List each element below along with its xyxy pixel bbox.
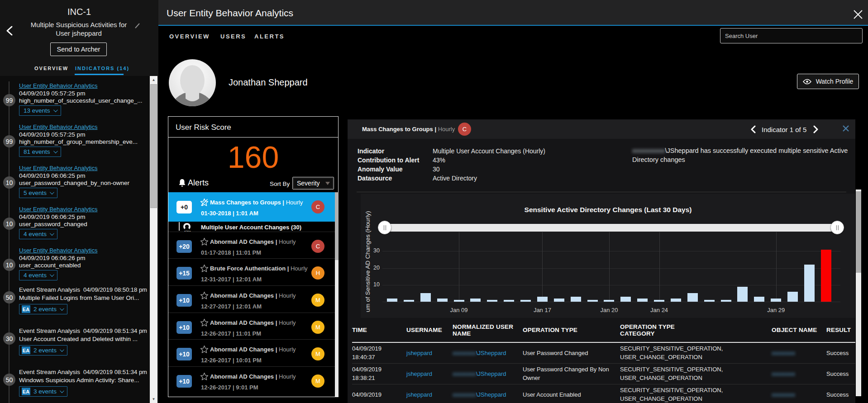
table-row[interactable]: 04/09/2019 18:38:21jsheppardxxxxxxxx\JSh… (352, 363, 855, 384)
scrollbar-down-arrow-icon[interactable]: ▼ (150, 395, 157, 403)
cell-object-name: xxxxxxxx (772, 363, 826, 384)
indicator-source-link[interactable]: User Entity Behavior Analytics (19, 82, 97, 89)
events-dropdown-button[interactable]: 4 events (19, 270, 57, 280)
send-to-archer-button[interactable]: Send to Archer (50, 43, 107, 56)
collapse-icon[interactable] (842, 125, 850, 133)
chart-bar (620, 297, 631, 302)
nav-overview[interactable]: OVERVIEW (169, 33, 210, 40)
scrollbar-thumb[interactable] (335, 192, 339, 260)
indicator-detail-panel: Mass Changes to Groups | Hourly C Indica… (348, 119, 855, 403)
indicator-description: xxxxxxxxxx\JSheppard has successfully ex… (632, 146, 849, 164)
gridline-v (776, 232, 777, 302)
star-icon[interactable] (200, 237, 209, 246)
divider (168, 258, 335, 259)
alert-date: 12-26-2017 | 9:01 PM (201, 384, 258, 391)
star-icon[interactable] (200, 264, 209, 273)
indicator-pagination: Indicator 1 of 5 (762, 126, 806, 133)
chart-range-slider[interactable] (382, 224, 840, 232)
chart-bar (420, 293, 431, 302)
indicator-title-pipe: | (434, 126, 438, 133)
alert-frequency: Hourly (279, 292, 296, 299)
tab-indicators[interactable]: INDICATORS (14) (75, 66, 129, 71)
user-avatar (168, 59, 216, 107)
indicator-score-badge: 99 (3, 135, 15, 147)
alert-frequency: Hourly (279, 346, 296, 353)
risk-score-value: 160 (168, 142, 338, 172)
redacted-object-name: xxxxxxxx (772, 370, 795, 377)
events-dropdown-button[interactable]: EA2 events (19, 345, 67, 356)
watch-profile-button[interactable]: Watch Profile (797, 74, 859, 89)
gridline-h (382, 268, 840, 269)
slider-handle-left[interactable] (378, 221, 391, 234)
sidebar-scrollbar[interactable]: ▲ ▼ (150, 76, 157, 403)
chart-bar (571, 297, 581, 302)
indicator-timestamp: 04/09/2019 08:51:34 pm (83, 369, 147, 375)
indicator-name: user_password_changed_by_non-owner (19, 180, 144, 186)
flagged-star-icon[interactable] (200, 198, 209, 207)
events-dropdown-button[interactable]: 13 events (19, 105, 61, 116)
events-count-label: 4 events (24, 272, 47, 279)
cell-operation-type: User Password Changed (523, 342, 620, 363)
table-column-header: OPERATION TYPE CATEGORY (620, 318, 772, 342)
indicator-name: User Account Created and Deleted within … (19, 336, 144, 342)
scrollbar-up-arrow-icon[interactable]: ▲ (150, 76, 157, 84)
chevron-down-icon (53, 108, 58, 112)
slider-handle-right[interactable] (830, 221, 844, 234)
back-chevron-icon[interactable] (4, 24, 16, 37)
alerts-scrollbar[interactable] (335, 192, 339, 397)
indicator-source-link[interactable]: User Entity Behavior Analytics (19, 165, 97, 171)
events-dropdown-button[interactable]: EA2 events (19, 304, 67, 314)
divider (168, 339, 335, 340)
scrollbar-thumb[interactable] (856, 191, 861, 273)
prev-indicator-chevron-icon[interactable] (749, 125, 758, 133)
indicator-source-link[interactable]: User Entity Behavior Analytics (19, 123, 97, 130)
alert-row[interactable]: +10Abnormal AD Changes | Hourly12-26-201… (168, 339, 335, 366)
events-dropdown-button[interactable]: 5 events (19, 188, 57, 198)
events-dropdown-button[interactable]: EA3 events (19, 386, 67, 397)
expanded-indicator-row[interactable]: 43%Multiple User Account Changes (30) (168, 222, 335, 232)
events-count-label: 81 events (24, 148, 50, 155)
events-count-label: 3 events (33, 388, 57, 395)
redacted-domain: xxxxxxxx (453, 350, 476, 356)
table-row[interactable]: 04/09/2019jsheppardxxxxxxxx\JSheppardUse… (352, 384, 855, 403)
events-dropdown-button[interactable]: 4 events (19, 229, 57, 239)
indicator-timestamp: 04/09/2019 05:57:25 pm (19, 131, 85, 138)
alert-score-delta-badge: +15 (176, 267, 192, 280)
star-icon[interactable] (200, 372, 209, 381)
chart-bar (454, 300, 464, 302)
events-dropdown-button[interactable]: 81 events (19, 147, 61, 157)
alert-row[interactable]: +10Abnormal AD Changes | Hourly12-26-201… (168, 366, 335, 394)
star-icon[interactable] (200, 345, 209, 354)
close-icon[interactable] (852, 8, 864, 21)
indicator-scrollbar[interactable] (856, 190, 861, 396)
next-indicator-chevron-icon[interactable] (811, 125, 820, 133)
search-user-input[interactable] (720, 28, 863, 43)
nav-alerts[interactable]: ALERTS (254, 33, 285, 40)
indicator-list-item: User Entity Behavior Analytics04/09/2019… (0, 201, 150, 242)
severity-select[interactable]: Severity (292, 177, 334, 190)
chart-bar (587, 300, 598, 302)
table-column-header: OPERATION TYPE (523, 318, 620, 342)
alert-row[interactable]: +10Abnormal AD Changes | Hourly12-26-201… (168, 313, 335, 340)
table-row[interactable]: 04/09/2019 18:40:37jsheppardxxxxxxxx\JSh… (352, 342, 855, 363)
gridline-h (382, 285, 840, 285)
star-icon[interactable] (200, 318, 209, 327)
tab-overview[interactable]: OVERVIEW (34, 66, 68, 71)
scrollbar-thumb[interactable] (150, 84, 157, 208)
cell-operation-type-category: SECURITY_SENSITIVE_OPERATION, USER_CHANG… (620, 384, 772, 403)
star-icon[interactable] (200, 291, 209, 300)
alert-row[interactable]: +15Brute Force Authentication | Hourly12… (168, 258, 335, 285)
cell-operation-type: User Account Enabled (523, 384, 620, 403)
alert-row[interactable]: +20Abnormal AD Changes | Hourly01-17-201… (168, 232, 335, 259)
gridline-h (382, 251, 840, 251)
chart-bar (404, 300, 414, 302)
expanded-indicator-label: Multiple User Account Changes (30) (201, 224, 301, 231)
indicator-source-link[interactable]: User Entity Behavior Analytics (19, 206, 97, 213)
chart-bar (721, 300, 731, 302)
indicator-source-link[interactable]: User Entity Behavior Analytics (19, 247, 97, 254)
field-label: Indicator (358, 147, 384, 155)
alert-row[interactable]: +10Abnormal AD Changes | Hourly12-27-201… (168, 285, 335, 313)
nav-users[interactable]: USERS (220, 33, 246, 40)
edit-pencil-icon[interactable] (134, 22, 141, 29)
alert-row[interactable]: +0Mass Changes to Groups | Hourly01-30-2… (168, 192, 335, 222)
